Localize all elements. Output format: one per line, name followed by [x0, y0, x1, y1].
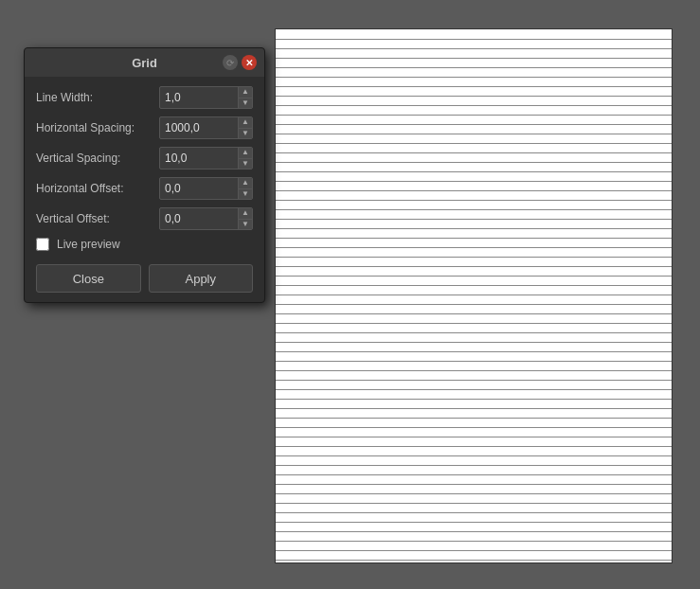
grid-line [276, 484, 672, 485]
vert-spacing-row: Vertical Spacing: ▲ ▼ [36, 147, 253, 170]
restore-button[interactable]: ⟳ [223, 55, 238, 70]
grid-line [276, 304, 672, 305]
horiz-spacing-spinbox[interactable]: ▲ ▼ [159, 116, 253, 139]
live-preview-checkbox[interactable] [36, 238, 49, 251]
dialog-body: Line Width: ▲ ▼ Horizontal Spacing: ▲ ▼ [25, 77, 264, 302]
grid-line [276, 143, 672, 144]
vert-offset-label: Vertical Offset: [36, 212, 159, 225]
grid-line [276, 181, 672, 182]
line-width-label: Line Width: [36, 91, 159, 104]
grid-line [276, 503, 672, 504]
close-icon-button[interactable]: ✕ [242, 55, 257, 70]
vert-offset-spinbox[interactable]: ▲ ▼ [159, 207, 253, 230]
horiz-spacing-row: Horizontal Spacing: ▲ ▼ [36, 116, 253, 139]
vert-offset-arrows: ▲ ▼ [238, 208, 252, 229]
apply-button[interactable]: Apply [149, 264, 254, 293]
grid-line [276, 67, 672, 68]
horiz-offset-arrows: ▲ ▼ [238, 178, 252, 199]
grid-line [276, 77, 672, 78]
dialog-buttons: Close Apply [36, 264, 253, 293]
grid-line [276, 228, 672, 229]
line-width-down[interactable]: ▼ [239, 98, 252, 109]
grid-line [276, 115, 672, 116]
grid-dialog: Grid ⟳ ✕ Line Width: ▲ ▼ Horizontal Spa [24, 47, 265, 303]
grid-line [276, 58, 672, 59]
restore-icon: ⟳ [226, 58, 234, 68]
dialog-title: Grid [66, 56, 223, 70]
horiz-spacing-label: Horizontal Spacing: [36, 121, 159, 134]
grid-line [276, 427, 672, 428]
vert-offset-input[interactable] [160, 212, 238, 225]
horiz-offset-down[interactable]: ▼ [239, 189, 252, 200]
grid-line [276, 474, 672, 475]
grid-line [276, 531, 672, 532]
grid-line [276, 313, 672, 314]
grid-line [276, 493, 672, 494]
grid-line [276, 162, 672, 163]
horiz-offset-up[interactable]: ▲ [239, 178, 252, 189]
horiz-offset-label: Horizontal Offset: [36, 182, 159, 195]
grid-line [276, 219, 672, 220]
vert-offset-up[interactable]: ▲ [239, 208, 252, 220]
grid-line [276, 285, 672, 286]
dialog-titlebar: Grid ⟳ ✕ [25, 48, 264, 77]
grid-line [276, 134, 672, 134]
grid-line [276, 209, 672, 210]
grid-line [276, 332, 672, 333]
close-button[interactable]: Close [36, 264, 141, 293]
line-width-row: Line Width: ▲ ▼ [36, 86, 253, 109]
vert-spacing-spinbox[interactable]: ▲ ▼ [159, 147, 253, 170]
grid-line [276, 238, 672, 239]
grid-line [276, 370, 672, 371]
grid-line [276, 560, 672, 561]
grid-preview-area [275, 28, 673, 563]
grid-line [276, 446, 672, 447]
grid-line [276, 361, 672, 362]
grid-line [276, 541, 672, 542]
grid-line [276, 550, 672, 551]
grid-line [276, 190, 672, 191]
vert-spacing-down[interactable]: ▼ [239, 159, 252, 170]
line-width-input[interactable] [160, 91, 238, 104]
grid-line [276, 276, 672, 277]
vert-spacing-arrows: ▲ ▼ [238, 148, 252, 169]
grid-line [276, 200, 672, 201]
grid-lines [276, 29, 672, 562]
vert-spacing-up[interactable]: ▲ [239, 148, 252, 159]
grid-line [276, 86, 672, 87]
horiz-spacing-down[interactable]: ▼ [239, 129, 252, 139]
close-icon: ✕ [245, 58, 253, 68]
grid-line [276, 171, 672, 172]
grid-line [276, 48, 672, 49]
grid-line [276, 399, 672, 400]
line-width-up[interactable]: ▲ [239, 87, 252, 98]
vert-offset-down[interactable]: ▼ [239, 220, 252, 230]
grid-line [276, 39, 672, 40]
live-preview-label[interactable]: Live preview [57, 238, 120, 251]
grid-line [276, 152, 672, 153]
grid-line [276, 389, 672, 390]
grid-line [276, 380, 672, 381]
horiz-offset-input[interactable] [160, 182, 238, 195]
grid-line [276, 512, 672, 513]
grid-line [276, 105, 672, 106]
vert-spacing-label: Vertical Spacing: [36, 152, 159, 165]
horiz-offset-row: Horizontal Offset: ▲ ▼ [36, 177, 253, 200]
vert-spacing-input[interactable] [160, 152, 238, 165]
grid-line [276, 257, 672, 258]
live-preview-row: Live preview [36, 238, 253, 251]
horiz-spacing-up[interactable]: ▲ [239, 117, 252, 129]
line-width-spinbox[interactable]: ▲ ▼ [159, 86, 253, 109]
grid-line [276, 266, 672, 267]
horiz-spacing-input[interactable] [160, 121, 238, 134]
grid-line [276, 124, 672, 125]
vert-offset-row: Vertical Offset: ▲ ▼ [36, 207, 253, 230]
grid-line [276, 455, 672, 456]
grid-line [276, 323, 672, 324]
grid-line [276, 522, 672, 523]
grid-line [276, 247, 672, 248]
dialog-controls: ⟳ ✕ [223, 55, 257, 70]
horiz-offset-spinbox[interactable]: ▲ ▼ [159, 177, 253, 200]
grid-line [276, 418, 672, 419]
grid-line [276, 437, 672, 437]
